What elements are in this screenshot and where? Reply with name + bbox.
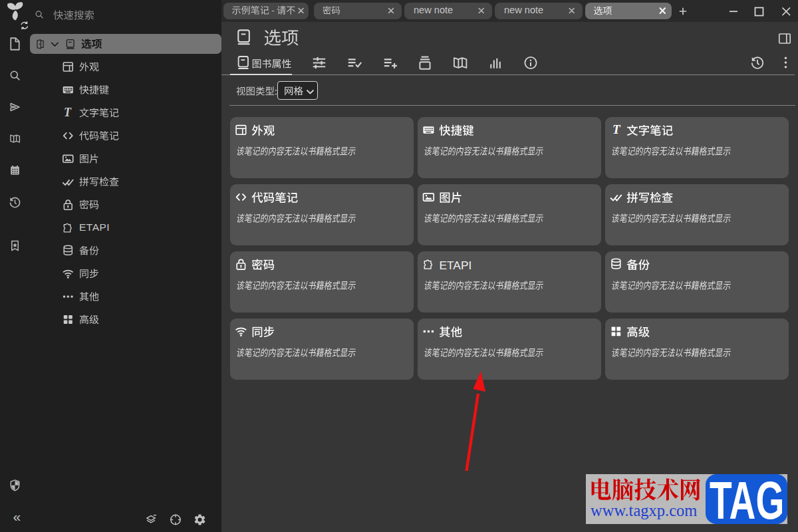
svg-text:new note: new note <box>504 5 543 15</box>
svg-text:ETAPI: ETAPI <box>439 259 471 272</box>
svg-text:«: « <box>13 509 21 524</box>
svg-text:TAG: TAG <box>710 471 784 531</box>
svg-text:ETAPI: ETAPI <box>79 221 110 233</box>
svg-text:T: T <box>612 122 621 136</box>
svg-text:www.tagxp.com: www.tagxp.com <box>591 501 697 519</box>
svg-text:new note: new note <box>414 5 453 15</box>
svg-text:T: T <box>64 106 72 119</box>
